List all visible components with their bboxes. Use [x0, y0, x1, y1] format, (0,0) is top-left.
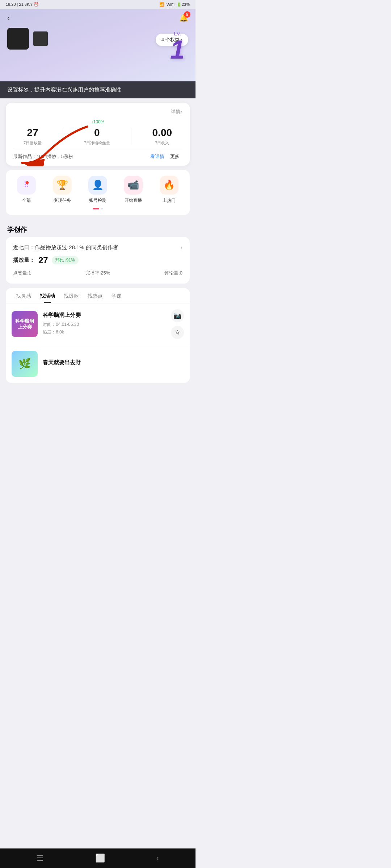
- play-count-value: 27: [38, 255, 48, 265]
- activity-info-brain: 科学脑洞上分赛 时间：04.01-06.30 热度：6.0k: [43, 312, 166, 336]
- status-time-speed: 18:20 | 21.6K/s ⏰: [6, 2, 39, 7]
- activity-item-spring: 🌿 春天就要出去野: [6, 345, 190, 383]
- stat-revenue: 0.00 7日收入: [152, 127, 172, 146]
- activity-thumb-brain: 科学脑洞上分赛: [12, 311, 38, 337]
- metric-completion: 完播率:25%: [85, 270, 110, 276]
- dot-inactive: [101, 208, 103, 209]
- stat-divider-1: [63, 128, 63, 144]
- signal-icon: 📶: [159, 2, 164, 7]
- detail-link[interactable]: 详情 ›: [171, 109, 182, 115]
- play-count-label: 播放量：: [13, 257, 35, 264]
- task-label: 变现任务: [54, 197, 71, 204]
- card-header: 详情 ›: [13, 109, 182, 115]
- tab-hotspot[interactable]: 找热点: [83, 288, 107, 303]
- change-badge: 环比↓91%: [52, 256, 79, 264]
- activity-title-brain: 科学脑洞上分赛: [43, 312, 166, 319]
- play-count-row: 播放量： 27 环比↓91%: [13, 255, 182, 265]
- header-nav: ‹ 🔔 5: [7, 13, 188, 22]
- latest-work-info: 最新作品：1044播放，5涨粉: [13, 153, 147, 160]
- activity-item-brain: 科学脑洞上分赛 科学脑洞上分赛 时间：04.01-06.30 热度：6.0k 📷…: [6, 303, 190, 345]
- learn-section-title: 学创作: [0, 220, 196, 237]
- tooltip-text: 设置标签，提升内容潜在兴趣用户的推荐准确性: [7, 86, 121, 93]
- stat-divider-2: [131, 128, 131, 144]
- activity-actions-brain: 📷 ☆: [171, 309, 184, 339]
- check-icon: 👤: [88, 176, 107, 195]
- notification-bell-button[interactable]: 🔔 5: [179, 13, 188, 22]
- status-right: 📶 WiFi 🔋23%: [159, 2, 190, 7]
- tab-activity[interactable]: 找活动: [35, 288, 59, 303]
- wifi-icon: WiFi: [167, 3, 175, 7]
- stats-row: 27 7日播放量 0 7日净增粉丝量 0.00 7日收入: [13, 127, 182, 146]
- analytics-desc-row: 近七日：作品播放超过 28.1% 的同类创作者 ›: [13, 244, 182, 251]
- analytics-desc-text: 近七日：作品播放超过 28.1% 的同类创作者: [13, 244, 118, 251]
- action-check[interactable]: 👤 账号检测: [85, 176, 111, 204]
- header-section: ‹ 🔔 5 Lv. 1 4 个权益 ›: [0, 9, 196, 81]
- level-number: 1: [170, 37, 185, 63]
- tab-inspiration[interactable]: 找灵感: [12, 288, 35, 303]
- check-label: 账号检测: [89, 197, 106, 204]
- task-icon: 🏆: [53, 176, 72, 195]
- detail-arrow-icon: ›: [181, 109, 182, 115]
- bottom-spacer: [0, 387, 196, 413]
- status-bar: 18:20 | 21.6K/s ⏰ 📶 WiFi 🔋23%: [0, 0, 196, 9]
- live-label: 开始直播: [125, 197, 142, 204]
- dot-active: [93, 208, 99, 209]
- live-icon: 📹: [124, 176, 143, 195]
- tabs-row: 找灵感 找活动 找爆款 找热点 学课: [6, 288, 190, 303]
- stat-plays: 27 7日播放量: [24, 127, 42, 146]
- activity-thumb-spring: 🌿: [12, 351, 38, 377]
- activity-meta-brain: 时间：04.01-06.30 热度：6.0k: [43, 321, 166, 336]
- action-hot[interactable]: 🔥 上热门: [156, 176, 182, 204]
- analytics-card: 近七日：作品播放超过 28.1% 的同类创作者 › 播放量： 27 环比↓91%…: [6, 237, 190, 284]
- metric-comments: 评论量:0: [164, 270, 182, 276]
- avatar-area: [7, 28, 48, 50]
- tab-course[interactable]: 学课: [107, 288, 126, 303]
- all-icon: ⠿: [17, 176, 36, 195]
- stats-card: 详情 › ↓100% 27 7日播放量 0 7日净增粉丝量 0.00 7日收入 …: [6, 103, 190, 166]
- page-indicator: [9, 208, 187, 209]
- tabs-card: 找灵感 找活动 找爆款 找热点 学课 科学脑洞上分赛 科学脑洞上分赛 时间：04…: [6, 288, 190, 383]
- action-live[interactable]: 📹 开始直播: [120, 176, 146, 204]
- action-task[interactable]: 🏆 变现任务: [49, 176, 75, 204]
- more-button[interactable]: 更多: [167, 153, 182, 160]
- notification-badge: 5: [184, 11, 190, 18]
- stat-fans: 0 7日净增粉丝量: [84, 127, 110, 146]
- camera-button-brain[interactable]: 📷: [171, 309, 184, 322]
- activity-title-spring: 春天就要出去野: [43, 359, 184, 366]
- action-all[interactable]: ⠿ 全部: [13, 176, 39, 204]
- all-label: 全部: [22, 197, 31, 204]
- see-detail-button[interactable]: 看详情: [147, 153, 167, 160]
- metrics-row: 点赞量:1 完播率:25% 评论量:0: [13, 270, 182, 276]
- level-badge: Lv. 1: [170, 31, 185, 63]
- analytics-arrow-icon[interactable]: ›: [181, 244, 182, 251]
- stat-change: ↓100%: [13, 119, 182, 124]
- avatar: [7, 28, 29, 50]
- activity-info-spring: 春天就要出去野: [43, 359, 184, 368]
- tooltip-bar: 设置标签，提升内容潜在兴趣用户的推荐准确性: [0, 81, 196, 98]
- profile-row: 4 个权益 ›: [7, 28, 188, 57]
- metric-likes: 点赞量:1: [13, 270, 31, 276]
- all-red-dot: [26, 181, 29, 184]
- username-box: [33, 31, 48, 46]
- latest-work-row: 最新作品：1044播放，5涨粉 看详情 更多: [13, 149, 182, 160]
- tab-popular[interactable]: 找爆款: [59, 288, 83, 303]
- hot-icon: 🔥: [160, 176, 178, 195]
- battery-icon: 🔋23%: [177, 2, 190, 7]
- hot-label: 上热门: [163, 197, 176, 204]
- back-button[interactable]: ‹: [7, 14, 10, 22]
- quick-actions-card: ⠿ 全部 🏆 变现任务 👤 账号检测 📹 开始直播: [6, 170, 190, 215]
- actions-row: ⠿ 全部 🏆 变现任务 👤 账号检测 📹 开始直播: [9, 176, 187, 204]
- star-button-brain[interactable]: ☆: [171, 326, 184, 339]
